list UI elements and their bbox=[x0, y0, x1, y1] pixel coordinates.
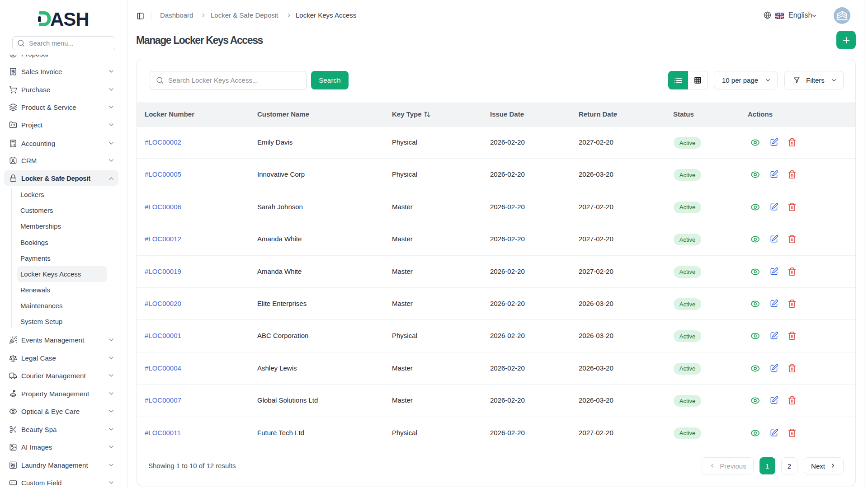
svg-text:ASH: ASH bbox=[50, 10, 89, 28]
